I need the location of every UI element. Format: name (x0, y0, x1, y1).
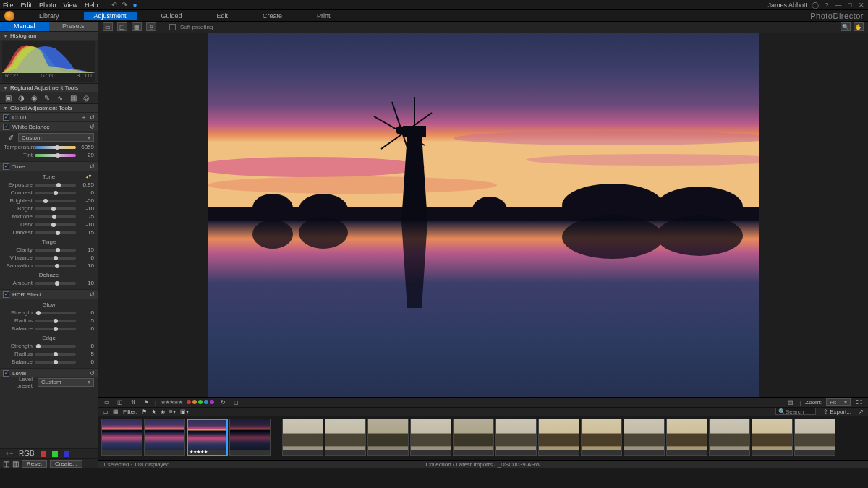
reset-button[interactable]: Reset (22, 460, 47, 468)
viewport[interactable] (98, 33, 868, 397)
thumbnail[interactable] (367, 419, 409, 456)
select-icon[interactable]: ∿ (56, 93, 64, 102)
temperature-slider[interactable] (35, 146, 76, 149)
red-channel[interactable] (41, 451, 46, 457)
vibrance-slider[interactable] (35, 257, 76, 260)
radial-icon[interactable]: ◎ (82, 93, 90, 102)
brightest-slider[interactable] (35, 200, 76, 202)
tab-manual[interactable]: Manual (0, 22, 49, 31)
thumbnail[interactable] (282, 419, 323, 456)
export-button[interactable]: ⇪ Export... (819, 408, 856, 415)
brush-icon[interactable]: ✎ (43, 93, 51, 102)
stack-icon[interactable]: ▣▾ (180, 408, 189, 415)
thumbnail[interactable] (101, 419, 142, 456)
wb-preset-dropdown[interactable]: Custom (18, 133, 94, 142)
undo-icon[interactable]: ↶ (111, 1, 118, 9)
thumbnail[interactable] (709, 419, 750, 456)
fullscreen-icon[interactable]: ⛶ (855, 398, 864, 406)
view-single-icon[interactable]: ▭ (103, 398, 111, 406)
minimize-icon[interactable]: — (835, 1, 842, 9)
create-button[interactable]: Create... (50, 460, 82, 468)
redeye-icon[interactable]: ◉ (30, 93, 38, 102)
gradient-icon[interactable]: ▦ (69, 93, 77, 102)
green-channel[interactable] (52, 451, 58, 457)
compare-view-icon[interactable]: ◫ (117, 22, 127, 31)
zoom-dropdown[interactable]: Fit (826, 398, 851, 406)
strength-slider[interactable] (35, 345, 76, 348)
clarity-slider[interactable] (35, 249, 76, 252)
section-regional[interactable]: ▼ Regional Adjustment Tools (0, 83, 98, 92)
sort-icon[interactable]: ⇅ (129, 398, 137, 406)
thumbnail[interactable] (325, 419, 366, 456)
menu-edit[interactable]: Edit (21, 1, 33, 9)
thumbnail[interactable] (624, 419, 665, 456)
section-histogram[interactable]: ▼ Histogram Color B&W (0, 31, 98, 40)
saturation-slider[interactable] (35, 265, 76, 267)
search-input[interactable]: 🔍 Search (775, 408, 816, 415)
star-filter[interactable]: ★ (151, 408, 156, 415)
thumbnail[interactable] (666, 419, 707, 456)
crop2-icon[interactable]: ◻ (231, 398, 240, 406)
close-icon[interactable]: ✕ (858, 1, 865, 9)
dark-slider[interactable] (35, 223, 76, 226)
rotate-icon[interactable]: ↻ (218, 398, 227, 406)
midtone-slider[interactable] (35, 215, 76, 218)
eyedropper-icon[interactable]: ✐ (8, 134, 14, 142)
blue-channel[interactable] (64, 451, 69, 457)
flag-icon[interactable]: ⚑ (142, 398, 150, 406)
panel-clut[interactable]: CLUT ＋ ↺ (0, 112, 98, 121)
menu-view[interactable]: View (64, 1, 77, 9)
soft-proofing-checkbox[interactable] (169, 24, 176, 30)
thumbnail[interactable] (410, 419, 451, 456)
split-icon[interactable]: ▥ (12, 460, 19, 468)
module-adjustment[interactable]: Adjustment (84, 12, 137, 20)
redo-icon[interactable]: ↷ (121, 1, 128, 9)
bright-slider[interactable] (35, 207, 76, 210)
thumbnail[interactable] (794, 419, 835, 456)
darkest-slider[interactable] (35, 231, 76, 234)
balance-slider[interactable] (35, 361, 76, 364)
thumbnail[interactable] (581, 419, 622, 456)
cloud-icon[interactable]: ● (131, 1, 138, 9)
tab-presets[interactable]: Presets (49, 22, 98, 31)
reset-icon[interactable]: ↺ (90, 370, 95, 377)
section-global[interactable]: ▼ Global Adjustment Tools (0, 103, 98, 112)
label-blue[interactable] (204, 400, 208, 404)
panel-white-balance[interactable]: White Balance ↺ (0, 121, 98, 131)
flag-filter-icon[interactable]: ⚑ (142, 408, 147, 415)
tint-slider[interactable] (35, 154, 76, 157)
thumbnail-info-icon[interactable]: ▤ (786, 398, 795, 406)
label-green[interactable] (198, 400, 203, 404)
menu-file[interactable]: File (3, 1, 14, 9)
label-filter-icon[interactable]: ◈ (161, 408, 165, 415)
grid-view-icon[interactable]: ▦ (132, 22, 142, 31)
amount-slider[interactable] (35, 282, 76, 285)
label-red[interactable] (187, 400, 191, 404)
label-purple[interactable] (210, 400, 214, 404)
module-create[interactable]: Create (252, 12, 292, 20)
maximize-icon[interactable]: □ (846, 1, 854, 9)
rating-stars[interactable]: ★★★★★ (161, 399, 182, 406)
balance-slider[interactable] (35, 328, 76, 330)
menu-photo[interactable]: Photo (39, 1, 56, 9)
view-split-icon[interactable]: ◫ (116, 398, 124, 406)
spot-icon[interactable]: ◑ (17, 93, 25, 102)
module-print[interactable]: Print (307, 12, 341, 20)
sort2-icon[interactable]: ≡▾ (169, 408, 176, 415)
external-icon[interactable]: ↗ (859, 408, 864, 415)
label-orange[interactable] (192, 400, 197, 404)
checkbox-icon[interactable] (3, 124, 9, 130)
strength-slider[interactable] (35, 312, 76, 314)
rgb-label[interactable]: RGB (19, 450, 35, 458)
contrast-slider[interactable] (35, 192, 76, 194)
compare-icon[interactable]: ◫ (3, 460, 9, 468)
curves-icon[interactable]: ⬳ (6, 450, 13, 458)
thumbnail[interactable] (538, 419, 579, 456)
module-guided[interactable]: Guided (151, 12, 192, 20)
print-preview-icon[interactable]: ⎙ (146, 22, 156, 31)
exposure-slider[interactable] (35, 184, 76, 187)
view-list-icon[interactable]: ▭ (103, 408, 109, 415)
radius-slider[interactable] (35, 320, 76, 322)
checkbox-icon[interactable] (3, 114, 9, 121)
checkbox-icon[interactable] (3, 163, 9, 170)
